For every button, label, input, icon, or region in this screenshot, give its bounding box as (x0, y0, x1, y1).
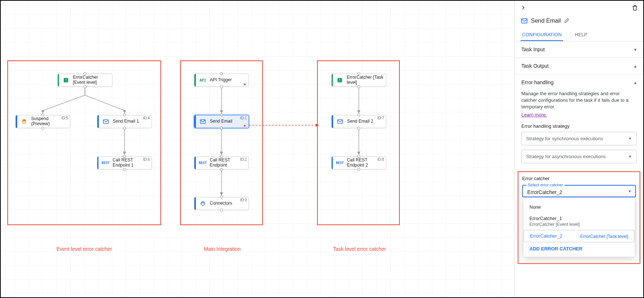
node-send-email-1[interactable]: Send Email 1 ID:4 (97, 115, 152, 128)
mail-icon (102, 118, 110, 126)
chevron-down-icon: ▼ (628, 137, 632, 141)
properties-panel: Send Email CONFIGURATION HELP Task Input… (514, 1, 643, 297)
error-icon (336, 76, 344, 84)
node-send-email-2[interactable]: Send Email 2 ID:7 (331, 115, 386, 128)
select-placeholder: Strategy for asynchronous executions (526, 154, 606, 159)
node-rest-main[interactable]: REST Call REST Endpoint ID:2 (194, 156, 249, 170)
node-id: ID:3 (240, 198, 247, 202)
error-catcher-select[interactable]: Select error catcher ErrorCatcher_2 ▼ (522, 185, 636, 197)
add-error-catcher-button[interactable]: ADD ERROR CATCHER (524, 242, 634, 253)
svg-rect-1 (66, 79, 66, 81)
option-label: ErrorCatcher_1 (529, 216, 629, 221)
node-connectors[interactable]: Connectors ID:3 (194, 197, 249, 210)
integration-canvas[interactable]: Event level error catcher Main Integrati… (1, 1, 514, 297)
chevron-down-icon: ▾ (634, 47, 637, 52)
strategy-label: Error handling strategy (521, 123, 637, 129)
error-catcher-label: Error catcher (522, 176, 636, 181)
svg-rect-7 (339, 79, 340, 81)
field-floating-label: Select error catcher (526, 183, 565, 187)
section-error-handling[interactable]: Error handling ▴ (515, 74, 643, 90)
node-api-trigger[interactable]: API API Trigger (194, 74, 249, 87)
error-handling-description: Manage the error handling strategies and… (521, 90, 637, 111)
section-task-output[interactable]: Task Output ▴ (515, 58, 643, 74)
node-id: ID:4 (143, 116, 150, 120)
dropdown-option-ec1[interactable]: ErrorCatcher_1 ErrorCatcher [Event level… (524, 213, 634, 230)
api-icon: API (199, 76, 207, 84)
chevron-up-icon: ▴ (634, 80, 637, 85)
error-icon (62, 76, 70, 84)
node-send-email-main[interactable]: Send Email ID:1 (194, 115, 249, 128)
option-sublabel: ErrorCatcher [Task level] (580, 234, 628, 239)
warning-dot (244, 83, 246, 85)
selection-label-event: Event level error catcher (48, 246, 121, 252)
rest-icon: REST (199, 159, 207, 167)
error-catcher-highlight: Error catcher Select error catcher Error… (518, 171, 640, 264)
svg-rect-2 (66, 81, 66, 82)
node-errorcatcher-task[interactable]: ErrorCatcher [Task level] (331, 74, 386, 87)
node-id: ID:6 (143, 157, 150, 161)
node-id: ID:7 (377, 116, 384, 120)
warning-dot (244, 125, 246, 127)
chevron-down-icon: ▼ (628, 154, 632, 159)
panel-title: Send Email (531, 18, 561, 24)
edit-title-button[interactable] (564, 18, 570, 25)
mail-icon (336, 118, 344, 126)
field-value: ErrorCatcher_2 (527, 189, 562, 195)
error-catcher-dropdown: None ErrorCatcher_1 ErrorCatcher [Event … (524, 198, 634, 257)
dropdown-option-ec2[interactable]: ErrorCatcher_2 ErrorCatcher [Task level] (524, 230, 634, 242)
option-label: ErrorCatcher_2 (530, 233, 562, 239)
section-title: Task Input (521, 46, 545, 52)
section-title: Task Output (521, 63, 549, 69)
selection-label-task: Task level error catcher (323, 246, 396, 252)
mail-icon (521, 17, 528, 25)
tab-configuration[interactable]: CONFIGURATION (521, 29, 563, 41)
node-title: ErrorCatcher [Task level] (347, 75, 384, 85)
dropdown-option-none[interactable]: None (524, 201, 634, 213)
mail-icon (199, 118, 207, 126)
rest-icon: REST (336, 159, 344, 167)
node-id: ID:1 (240, 116, 247, 120)
node-id: ID:2 (240, 157, 247, 161)
delete-button[interactable] (632, 4, 638, 12)
svg-rect-8 (339, 81, 340, 82)
node-title: ErrorCatcher [Event level] (73, 75, 110, 85)
node-suspend[interactable]: Suspend (Preview) ID:5 (15, 115, 70, 128)
node-rest-2[interactable]: REST Call REST Endpoint 2 ID:8 (331, 156, 386, 170)
node-id: ID:5 (62, 116, 68, 120)
tab-help[interactable]: HELP (573, 29, 589, 41)
hand-icon (20, 118, 28, 126)
section-task-input[interactable]: Task Input ▾ (515, 41, 643, 57)
connectors-icon (199, 200, 207, 208)
learn-more-link[interactable]: Learn more. (521, 112, 547, 118)
section-title: Error handling (521, 79, 554, 85)
node-id: ID:8 (377, 157, 384, 161)
option-label: None (529, 204, 629, 210)
strategy-async-select[interactable]: Strategy for asynchronous executions ▼ (521, 150, 637, 163)
option-sublabel: ErrorCatcher [Event level] (529, 222, 629, 227)
node-title: API Trigger (210, 78, 246, 83)
node-rest-1[interactable]: REST Call REST Endpoint 1 ID:6 (97, 156, 152, 170)
select-placeholder: Strategy for synchronous executions (526, 136, 603, 141)
chevron-down-icon: ▼ (628, 189, 632, 193)
chevron-up-icon: ▴ (634, 63, 637, 69)
selection-label-main: Main Integration (186, 246, 259, 252)
collapse-panel-button[interactable] (520, 4, 526, 12)
panel-tabs: CONFIGURATION HELP (515, 29, 643, 41)
node-errorcatcher-event[interactable]: ErrorCatcher [Event level] (57, 74, 112, 87)
rest-icon: REST (101, 159, 109, 167)
strategy-sync-select[interactable]: Strategy for synchronous executions ▼ (521, 132, 637, 145)
